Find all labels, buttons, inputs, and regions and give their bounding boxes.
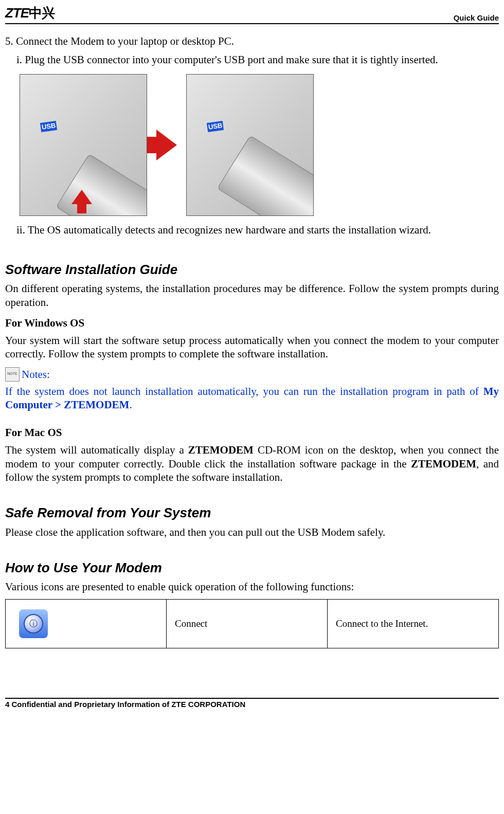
- notes-text-a: If the system does not launch installati…: [5, 385, 483, 397]
- logo-cn: 中兴: [29, 5, 55, 21]
- logo-text: ZTE: [5, 5, 29, 21]
- section-install-title: Software Installation Guide: [5, 261, 499, 278]
- usb-port-label-2: USB: [207, 120, 224, 132]
- page-footer: 4 Confidential and Proprietary Informati…: [5, 698, 499, 710]
- connect-icon: ⓘ: [19, 609, 48, 638]
- connect-icon-inner: ⓘ: [24, 614, 43, 634]
- figure-usb-after: USB: [186, 74, 314, 216]
- mac-body: The system will automatically display a …: [5, 443, 499, 484]
- step-5: 5. Connect the Modem to your laptop or d…: [5, 34, 499, 48]
- mac-b: ZTEMODEM: [188, 444, 254, 456]
- mac-d: ZTEMODEM: [411, 458, 476, 470]
- page-header: ZTE中兴 Quick Guide: [5, 4, 499, 24]
- function-table: ⓘ Connect Connect to the Internet.: [5, 599, 499, 648]
- figure-usb-before: USB: [20, 74, 147, 216]
- usb-port-label: USB: [40, 120, 58, 132]
- arrow-up-icon: [71, 190, 92, 204]
- windows-body: Your system will start the software setu…: [5, 334, 499, 361]
- install-intro: On different operating systems, the inst…: [5, 282, 499, 309]
- step-5-i: i. Plug the USB connector into your comp…: [16, 53, 499, 66]
- step-5-ii: ii. The OS automatically detects and rec…: [16, 223, 499, 237]
- mac-heading: For Mac OS: [5, 426, 499, 439]
- notes-body: If the system does not launch installati…: [5, 385, 499, 412]
- windows-heading: For Windows OS: [5, 316, 499, 330]
- func-name: Connect: [167, 599, 328, 648]
- mac-a: The system will automatically display a: [5, 444, 188, 456]
- notes-label: Notes:: [22, 368, 50, 381]
- modem-shape-icon: [56, 154, 147, 216]
- note-icon: [5, 367, 20, 382]
- header-guide-label: Quick Guide: [454, 13, 499, 22]
- modem-shape-icon-2: [217, 135, 314, 216]
- use-intro: Various icons are presented to enable qu…: [5, 580, 499, 593]
- safe-body: Please close the application software, a…: [5, 526, 499, 539]
- page-content: 5. Connect the Modem to your laptop or d…: [5, 24, 499, 709]
- icon-cell: ⓘ: [6, 599, 167, 648]
- section-safe-title: Safe Removal from Your System: [5, 504, 499, 521]
- func-desc: Connect to the Internet.: [328, 599, 499, 648]
- logo: ZTE中兴: [5, 4, 55, 22]
- table-row: ⓘ Connect Connect to the Internet.: [6, 599, 499, 648]
- footer-text: Confidential and Proprietary Information…: [9, 700, 245, 709]
- arrow-right-icon: [156, 130, 177, 160]
- notes-row: Notes:: [5, 367, 499, 382]
- figure-usb-insert: USB USB: [20, 74, 499, 216]
- notes-text-b: .: [129, 399, 132, 411]
- section-use-title: How to Use Your Modem: [5, 559, 499, 576]
